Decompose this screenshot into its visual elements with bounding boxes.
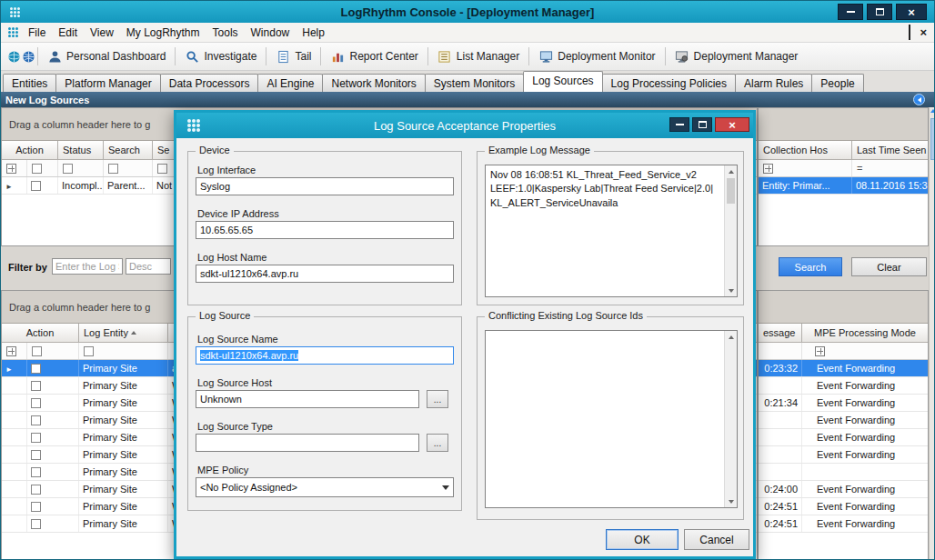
column-header-collection-host[interactable]: Collection Hos [759, 141, 852, 159]
mdi-restore-button[interactable] [909, 26, 910, 39]
row-checkbox[interactable] [31, 467, 41, 477]
menu-tools[interactable]: Tools [206, 25, 245, 41]
toolbar-deployment-monitor[interactable]: Deployment Monitor [531, 45, 662, 67]
row-checkbox[interactable] [31, 502, 41, 512]
row-checkbox[interactable] [31, 485, 41, 495]
collapse-button[interactable] [913, 94, 925, 105]
log-source-host-browse-button[interactable]: ... [427, 390, 448, 408]
table-row[interactable]: 0:24:51 Event Forwarding [759, 515, 928, 533]
table-row[interactable]: 0:24:51 Event Forwarding [759, 498, 928, 515]
log-source-type-field[interactable] [196, 434, 419, 452]
tab-platform-manager[interactable]: Platform Manager [55, 74, 160, 92]
log-source-name-field[interactable]: sdkt-ul1210x64.avp.ru [196, 346, 454, 365]
column-header-mpe-processing-mode[interactable]: MPE Processing Mode [802, 324, 928, 342]
table-row[interactable]: 0:21:34 Event Forwarding [759, 395, 928, 412]
filter-checkbox[interactable] [157, 164, 167, 174]
dialog-close-button[interactable] [715, 117, 749, 132]
filter-grid-icon[interactable] [6, 164, 16, 174]
menu-edit[interactable]: Edit [52, 25, 84, 41]
close-button[interactable] [896, 4, 927, 20]
row-checkbox[interactable] [31, 398, 41, 408]
column-header-status[interactable]: Status [58, 141, 104, 159]
scrollbar-thumb[interactable] [930, 118, 935, 160]
filter-grid-icon[interactable] [815, 346, 825, 356]
tab-people[interactable]: People [811, 74, 863, 92]
minimize-button[interactable] [838, 4, 863, 20]
row-checkbox[interactable] [31, 519, 41, 529]
tab-log-processing-policies[interactable]: Log Processing Policies [602, 74, 736, 92]
filter-grid-icon[interactable] [763, 164, 773, 174]
column-header-search[interactable]: Search [104, 141, 153, 159]
clear-button[interactable]: Clear [851, 257, 927, 276]
scrollbar[interactable] [724, 331, 737, 507]
dialog-maximize-button[interactable] [692, 117, 712, 132]
row-checkbox[interactable] [31, 381, 41, 391]
column-header-action[interactable]: Action [2, 324, 79, 342]
filter-checkbox[interactable] [32, 164, 42, 174]
menu-my-logrhythm[interactable]: My LogRhythm [120, 25, 206, 41]
filter-checkbox[interactable] [84, 346, 94, 356]
column-header-message[interactable]: essage [759, 324, 802, 342]
toolbar-report-center[interactable]: Report Center [323, 45, 425, 67]
table-row[interactable]: Event Forwarding [759, 412, 928, 429]
toolbar-list-manager[interactable]: List Manager [430, 45, 527, 67]
table-row[interactable]: Entity: Primar... 08.11.2016 15:30 [759, 177, 928, 195]
row-checkbox[interactable] [31, 450, 41, 460]
table-row[interactable] [759, 464, 928, 481]
dialog-minimize-button[interactable] [669, 117, 689, 132]
menu-file[interactable]: File [22, 25, 52, 41]
scroll-up-icon[interactable] [725, 331, 737, 343]
ok-button[interactable]: OK [606, 529, 679, 550]
row-checkbox[interactable] [31, 433, 41, 443]
vertical-scrollbar[interactable] [929, 107, 935, 560]
tab-alarm-rules[interactable]: Alarm Rules [735, 74, 812, 92]
table-row[interactable]: Event Forwarding [759, 446, 928, 464]
row-checkbox[interactable] [31, 415, 41, 425]
tab-network-monitors[interactable]: Network Monitors [322, 74, 425, 92]
scroll-down-icon[interactable] [725, 285, 737, 296]
log-interface-field[interactable]: Syslog [196, 177, 454, 195]
tab-entities[interactable]: Entities [3, 74, 56, 92]
table-row[interactable]: 0:23:32 Event Forwarding [759, 360, 928, 377]
scroll-down-icon[interactable] [725, 495, 737, 507]
tab-system-monitors[interactable]: System Monitors [425, 74, 524, 92]
description-filter-input[interactable] [126, 258, 171, 275]
scroll-up-icon[interactable] [725, 165, 737, 177]
cancel-button[interactable]: Cancel [684, 529, 749, 550]
table-row[interactable]: Event Forwarding [759, 429, 928, 446]
tab-ai-engine[interactable]: AI Engine [257, 74, 323, 92]
search-button[interactable]: Search [779, 257, 842, 276]
group-by-bar[interactable] [759, 291, 928, 324]
log-source-name-filter-input[interactable] [52, 258, 123, 275]
log-source-host-field[interactable]: Unknown [196, 390, 419, 408]
row-checkbox[interactable] [31, 364, 41, 374]
mdi-close-button[interactable] [920, 26, 927, 39]
filter-checkbox[interactable] [108, 164, 118, 174]
menu-window[interactable]: Window [245, 25, 297, 41]
column-header-action[interactable]: Action [2, 141, 58, 159]
menu-view[interactable]: View [84, 25, 120, 41]
column-header-log-entity[interactable]: Log Entity [79, 324, 168, 342]
scrollbar-thumb[interactable] [727, 178, 735, 204]
menu-help[interactable]: Help [296, 25, 331, 41]
toolbar-investigate[interactable]: Investigate [177, 45, 264, 67]
filter-checkbox[interactable] [32, 346, 42, 356]
conflicting-ids-box[interactable] [485, 330, 738, 508]
toolbar-personal-dashboard[interactable]: Personal Dashboard [40, 45, 173, 67]
scrollbar[interactable] [724, 165, 737, 296]
maximize-button[interactable] [867, 4, 892, 20]
table-row[interactable]: Event Forwarding [759, 377, 928, 395]
tab-log-sources[interactable]: Log Sources [523, 71, 602, 92]
example-log-message-box[interactable]: Nov 08 16:08:51 KL_Threat_Feed_Service_v… [485, 165, 738, 297]
toolbar-deployment-manager[interactable]: Deployment Manager [668, 45, 806, 67]
filter-grid-icon[interactable] [6, 346, 16, 356]
log-host-name-field[interactable]: sdkt-ul1210x64.avp.ru [196, 265, 454, 283]
scroll-up-icon[interactable] [930, 109, 935, 113]
globe-grid-icon[interactable] [21, 49, 35, 64]
tab-data-processors[interactable]: Data Processors [160, 74, 259, 92]
globe-icon[interactable] [6, 49, 21, 64]
toolbar-tail[interactable]: Tail [268, 45, 318, 67]
filter-operator[interactable]: = [857, 163, 862, 174]
table-row[interactable]: 0:24:00 Event Forwarding [759, 481, 928, 498]
mpe-policy-dropdown[interactable]: <No Policy Assigned> [196, 477, 454, 497]
